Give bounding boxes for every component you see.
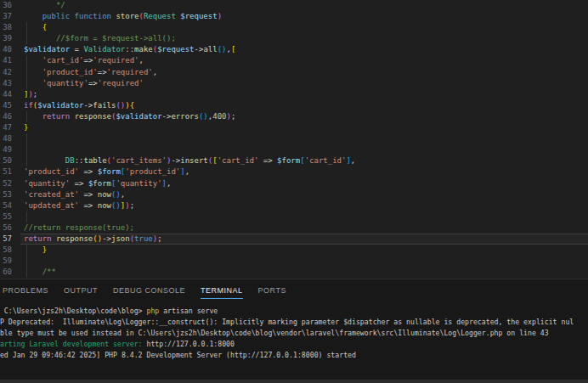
code-line[interactable]: 43 'quantity'=>'required' <box>0 78 588 89</box>
line-number[interactable]: 60 <box>0 267 12 278</box>
line-number[interactable]: 57 <box>0 234 12 245</box>
panel-tab-problems[interactable]: PROBLEMS <box>0 282 56 299</box>
code-token: //return response(true); <box>24 223 134 232</box>
code-line[interactable]: 59 <box>0 256 588 267</box>
code-token: () <box>111 190 121 199</box>
code-line[interactable]: 40$validator = Validator::make($request-… <box>0 44 588 55</box>
line-number[interactable]: 54 <box>0 200 12 211</box>
indent-guide-line <box>26 155 27 166</box>
panel-tabs: PROBLEMSOUTPUTDEBUG CONSOLETERMINALPORTS <box>0 279 588 301</box>
code-line[interactable]: 49 <box>0 144 588 155</box>
indent-guide-line <box>26 55 27 66</box>
code-line[interactable]: 53'created_at' => now(), <box>0 189 588 200</box>
code-line[interactable]: 52'quantity' => $form['quantity'], <box>0 178 588 189</box>
line-number[interactable]: 46 <box>0 111 12 122</box>
code-line[interactable]: 57return response()->json(true); <box>0 234 588 245</box>
code-token: ; <box>157 234 161 243</box>
line-number[interactable]: 47 <box>0 122 12 133</box>
code-token: , <box>167 179 171 188</box>
code-line[interactable]: 41 'cart_id'=>'required', <box>0 55 588 66</box>
panel-tab-debug-console[interactable]: DEBUG CONSOLE <box>105 282 193 299</box>
code-text: return response()->json(true); <box>20 234 588 245</box>
line-number[interactable]: 51 <box>0 166 12 177</box>
code-line[interactable]: 36 */ <box>0 0 588 11</box>
line-number[interactable]: 59 <box>0 256 12 267</box>
code-line[interactable]: 39 //$form = $request->all(); <box>0 33 588 44</box>
line-number[interactable]: 36 <box>0 0 12 11</box>
terminal[interactable]: S C:\Users\jzs2h\Desktop\code\blog> php … <box>0 301 588 360</box>
code-line[interactable]: 42 'product_id'=>'required', <box>0 67 588 78</box>
line-number[interactable]: 40 <box>0 44 12 55</box>
line-number[interactable]: 41 <box>0 55 12 66</box>
code-text <box>12 133 588 144</box>
line-number[interactable]: 55 <box>0 211 12 222</box>
code-line[interactable]: 50 DB::table('cart_items')->insert(['car… <box>0 155 588 166</box>
code-token: -> <box>102 234 111 243</box>
code-text: { <box>12 22 588 33</box>
terminal-text-segment: HP Deprecated: Illuminate\Log\Logger::__… <box>0 318 574 326</box>
code-token: $request <box>180 12 217 20</box>
code-line[interactable]: 51'product_id' => $form['product_id'], <box>0 166 588 177</box>
code-line[interactable]: 46 return response($validator->errors(),… <box>0 111 588 122</box>
code-text <box>12 211 588 222</box>
code-line[interactable]: 44]); <box>0 89 588 100</box>
code-token: 'product_id' <box>42 68 98 76</box>
code-token: 'quantity' <box>24 179 70 188</box>
panel-tab-terminal[interactable]: TERMINAL <box>193 282 251 299</box>
line-number[interactable]: 43 <box>0 78 12 89</box>
line-number[interactable]: 42 <box>0 67 12 78</box>
code-token: ) <box>218 12 222 20</box>
line-number[interactable]: 56 <box>0 222 12 234</box>
code-line[interactable]: 58 } <box>0 245 588 256</box>
code-line[interactable]: 45if($validator->fails()){ <box>0 100 588 111</box>
code-token: true <box>134 234 153 243</box>
line-number[interactable]: 44 <box>0 89 12 100</box>
indent-guide-line <box>26 111 27 122</box>
panel-tab-output[interactable]: OUTPUT <box>56 282 105 299</box>
code-token: now <box>98 201 111 210</box>
line-number[interactable]: 39 <box>0 33 12 44</box>
code-token: return <box>42 112 71 121</box>
code-line[interactable]: 37 public function store(Request $reques… <box>0 11 588 22</box>
code-token: 'required' <box>98 79 144 87</box>
code-token: () <box>116 101 125 110</box>
code-line[interactable]: 55 <box>0 211 588 222</box>
terminal-text-segment: able type must be used instead in C:\Use… <box>0 329 549 337</box>
line-number[interactable]: 53 <box>0 189 12 200</box>
code-token: public function <box>42 12 116 20</box>
code-text: DB::table('cart_items')->insert(['cart_i… <box>12 155 588 166</box>
line-number[interactable]: 49 <box>0 144 12 155</box>
line-number[interactable]: 48 <box>0 133 12 144</box>
code-text <box>12 256 588 267</box>
line-number[interactable]: 58 <box>0 245 12 256</box>
terminal-line: Wed Jan 29 09:46:42 2025] PHP 8.4.2 Deve… <box>0 350 588 361</box>
code-token: -> <box>162 112 172 121</box>
panel-tab-ports[interactable]: PORTS <box>251 282 294 299</box>
code-token: ; <box>130 201 134 210</box>
line-number[interactable]: 37 <box>0 11 12 22</box>
code-line[interactable]: 38 { <box>0 22 588 33</box>
code-token: Request <box>144 12 176 20</box>
code-line[interactable]: 47} <box>0 122 588 133</box>
code-token: $validator <box>37 101 83 110</box>
code-text: /** <box>12 267 588 278</box>
line-number[interactable]: 45 <box>0 100 12 111</box>
code-line[interactable]: 48 <box>0 133 588 144</box>
code-token <box>24 34 56 42</box>
line-number[interactable]: 52 <box>0 178 12 189</box>
code-token: :: <box>125 45 134 54</box>
line-number[interactable]: 50 <box>0 155 12 166</box>
code-token: 'created_at' <box>24 190 79 199</box>
code-token: //$form = $request->all(); <box>56 34 176 42</box>
code-token: , <box>121 190 125 199</box>
code-token: all <box>203 45 217 54</box>
code-line[interactable]: 60 /** <box>0 267 588 278</box>
code-editor[interactable]: 36 */37 public function store(Request $r… <box>0 0 588 279</box>
code-line[interactable]: 54'updated_at' => now()]); <box>0 200 588 211</box>
code-line[interactable]: 56//return response(true); <box>0 222 588 234</box>
indent-guide-line <box>26 256 27 267</box>
line-number[interactable]: 38 <box>0 22 12 33</box>
code-text: if($validator->fails()){ <box>12 100 588 111</box>
code-token: 'product_id' <box>125 167 180 176</box>
code-token: DB <box>65 156 75 165</box>
